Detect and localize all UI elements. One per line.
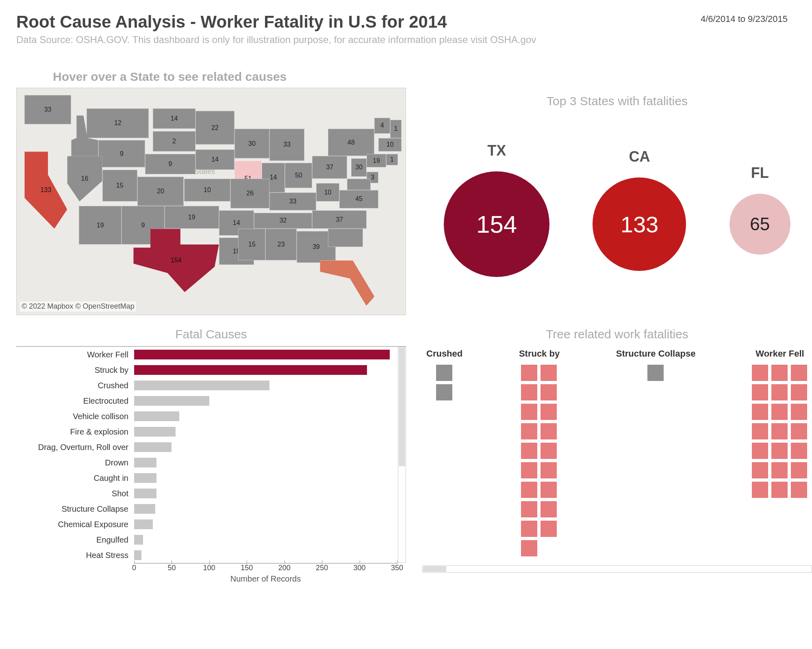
map-state-wy[interactable]: 9 (98, 140, 145, 167)
map-state-nc[interactable]: 37 (312, 210, 367, 229)
fatal-cause-row[interactable]: Drag, Overturn, Roll over (16, 439, 397, 455)
waffle-square (541, 365, 557, 381)
map-state-mi[interactable]: 33 (269, 129, 304, 160)
map-title: Hover over a State to see related causes (16, 70, 406, 84)
fatal-causes-chart[interactable]: Worker FellStruck byCrushedElectrocutedV… (16, 346, 406, 587)
map-chart[interactable]: United States © 2022 Mapbox © OpenStreet… (16, 88, 406, 315)
waffle-square (541, 482, 557, 498)
waffle-square (771, 462, 788, 478)
fatal-causes-scrollbar[interactable] (398, 347, 406, 563)
waffle-square (541, 501, 557, 517)
fatal-cause-row[interactable]: Shot (16, 486, 397, 501)
map-state-md[interactable] (347, 179, 370, 190)
waffle-square (541, 423, 557, 439)
map-state-fl[interactable]: 65 (320, 260, 374, 306)
map-state-ms[interactable]: 15 (238, 229, 265, 260)
fatal-cause-row[interactable]: Struck by (16, 362, 397, 378)
map-state-wa[interactable]: 33 (24, 95, 71, 125)
map-state-ri[interactable]: 1 (386, 154, 398, 165)
tree-scrollbar[interactable] (422, 565, 812, 573)
fatal-cause-row[interactable]: Electrocuted (16, 393, 397, 409)
fatal-cause-row[interactable]: Engulfed (16, 532, 397, 547)
waffle-square (791, 443, 807, 459)
fatal-cause-row[interactable]: Vehicle collison (16, 409, 397, 424)
top3-bubble[interactable]: CA133 (593, 148, 686, 271)
waffle-square (752, 443, 768, 459)
waffle-square (752, 384, 768, 400)
map-state-co[interactable]: 20 (137, 177, 184, 206)
map-state-pa[interactable]: 37 (312, 156, 347, 179)
fatal-cause-bar (134, 411, 179, 421)
waffle-square (791, 404, 807, 420)
fatal-cause-label: Caught in (16, 474, 134, 483)
fatal-causes-xlabel: Number of Records (134, 574, 397, 584)
tree-column-label: Structure Collapse (616, 348, 696, 359)
tree-chart[interactable]: CrushedStruck byStructure CollapseWorker… (422, 348, 812, 557)
fatal-cause-label: Crushed (16, 381, 134, 390)
map-state-nv[interactable]: 16 (67, 156, 102, 201)
map-state-ny[interactable]: 48 (328, 129, 375, 156)
fatal-cause-row[interactable]: Fire & explosion (16, 424, 397, 439)
map-state-ma[interactable]: 10 (378, 138, 402, 151)
waffle-square (752, 404, 768, 420)
map-state-ky[interactable]: 33 (269, 193, 316, 211)
map-state-vt[interactable]: 4 (374, 118, 390, 134)
top3-bubble[interactable]: TX154 (444, 142, 549, 277)
top3-bubble[interactable]: FL65 (729, 164, 790, 255)
fatal-cause-row[interactable]: Caught in (16, 470, 397, 486)
tree-column[interactable]: Worker Fell (752, 348, 808, 557)
map-state-va[interactable]: 45 (339, 190, 378, 208)
fatal-cause-row[interactable]: Worker Fell (16, 347, 397, 362)
map-state-nd[interactable]: 14 (153, 108, 195, 129)
tree-column-label: Struck by (519, 348, 560, 359)
map-state-sc[interactable] (328, 229, 363, 247)
fatal-cause-row[interactable]: Crushed (16, 378, 397, 393)
map-state-oh[interactable]: 50 (285, 163, 312, 188)
map-state-sd[interactable]: 2 (153, 131, 195, 151)
waffle-square (791, 384, 807, 400)
map-state-wv[interactable]: 10 (316, 183, 339, 201)
fatal-cause-row[interactable]: Structure Collapse (16, 501, 397, 517)
map-state-ok[interactable]: 19 (165, 206, 219, 229)
map-state-tn[interactable]: 32 (254, 213, 313, 229)
waffle-square (521, 462, 537, 478)
map-state-az[interactable]: 19 (79, 206, 122, 244)
waffle-square (521, 482, 537, 498)
map-state-mo[interactable]: 26 (230, 179, 269, 208)
waffle-square (521, 521, 537, 537)
map-state-al[interactable]: 23 (265, 229, 297, 260)
map-state-nh[interactable]: 1 (390, 120, 402, 138)
page-title: Root Cause Analysis - Worker Fatality in… (16, 12, 536, 32)
tree-column[interactable]: Struck by (519, 348, 560, 557)
page-subtitle: Data Source: OSHA.GOV. This dashboard is… (16, 34, 536, 45)
map-state-mn[interactable]: 22 (195, 111, 234, 145)
fatal-cause-bar (134, 396, 209, 406)
map-state-mt[interactable]: 12 (87, 108, 149, 138)
map-state-ut[interactable]: 15 (102, 170, 137, 201)
fatal-cause-row[interactable]: Drown (16, 455, 397, 470)
axis-tick: 350 (391, 564, 403, 572)
map-panel: Hover over a State to see related causes… (16, 70, 406, 315)
waffle-square (541, 521, 557, 537)
fatal-cause-bar (134, 458, 156, 467)
map-state-ca[interactable]: 133 (24, 151, 67, 229)
map-state-wi[interactable]: 30 (234, 129, 269, 158)
map-state-nj[interactable]: 30 (351, 158, 367, 177)
waffle-square (521, 365, 537, 381)
top3-state-label: CA (593, 148, 686, 165)
tree-column[interactable]: Crushed (426, 348, 462, 557)
waffle-square (436, 384, 452, 400)
tree-column[interactable]: Structure Collapse (616, 348, 696, 557)
fatal-cause-row[interactable]: Heat Stress (16, 547, 397, 563)
waffle-square (521, 423, 537, 439)
waffle-square (521, 443, 537, 459)
map-state-ks[interactable]: 10 (184, 179, 231, 201)
map-state-ct[interactable]: 19 (367, 154, 386, 167)
top3-bubbles: TX154CA133FL65 (422, 112, 812, 307)
axis-tick: 150 (241, 564, 253, 572)
fatal-cause-row[interactable]: Chemical Exposure (16, 517, 397, 532)
map-state-ne[interactable]: 9 (145, 154, 195, 174)
waffle-square (771, 384, 788, 400)
map-state-ia[interactable]: 14 (195, 149, 234, 170)
fatal-cause-bar (134, 442, 172, 452)
